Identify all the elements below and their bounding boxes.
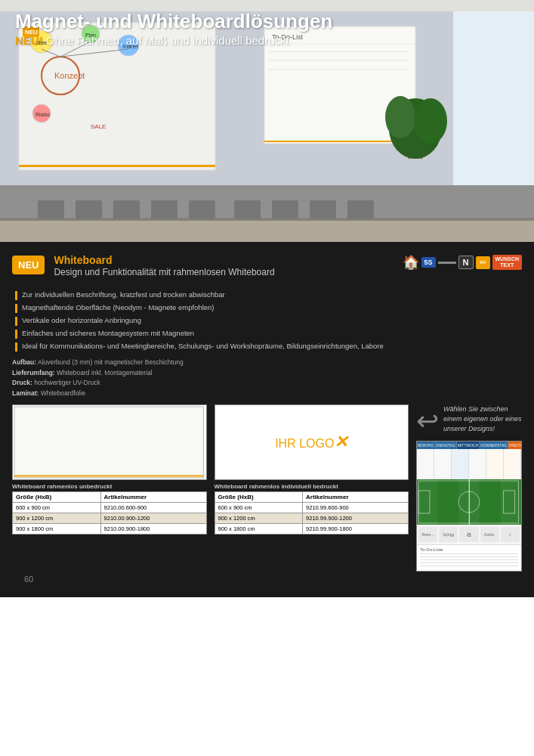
two-col-layout: Whiteboard rahmenlos unbedruckt Größe (H… (12, 404, 522, 572)
design-preview-card: MONTAG DIENSTAG MITTWOCH DONNERSTAG FREI… (416, 441, 522, 572)
feature-text-3: Vertikale oder horizontale Anbringung (22, 315, 141, 325)
preview-logo-5: ✓ (501, 527, 520, 542)
page-number: 60 (12, 572, 522, 590)
feature-bar (15, 342, 17, 352)
product-header: NEU Whiteboard Design und Funktionalität… (12, 254, 275, 277)
dark-section: NEU Whiteboard Design und Funktionalität… (0, 242, 534, 597)
svg-text:SALE: SALE (91, 123, 106, 130)
feature-text-1: Zur individuellen Beschriftung, kratzfes… (22, 290, 225, 299)
pencil-badge: ✏ (476, 256, 490, 269)
svg-rect-46 (14, 475, 203, 477)
preview-logos-row: Brem... SpVgg ⚽ Aufsb. ✓ (417, 525, 521, 544)
preview-todo-lines (420, 553, 518, 566)
feature-bar (15, 317, 17, 326)
week-col-6 (504, 449, 521, 479)
preview-header-row: MONTAG DIENSTAG MITTWOCH DONNERSTAG FREI… (417, 442, 521, 449)
svg-rect-13 (272, 200, 298, 219)
size-cell: 600 x 900 cm (215, 503, 303, 513)
svg-marker-5 (0, 219, 534, 242)
hero-title-block: Magnet- und Whiteboardlösungen NEU! Ohne… (15, 11, 519, 47)
feature-bar (15, 304, 17, 313)
week-col-2 (434, 449, 452, 479)
neu-badge: NEU (12, 256, 45, 274)
svg-rect-7 (38, 200, 64, 219)
preview-col-dienstag: DIENSTAG (436, 442, 457, 449)
preview-todo-section: To-Do-Liste (417, 544, 521, 571)
preview-col-montag: MONTAG (417, 442, 436, 449)
table-row: 900 x 1800 cm 9210.99.900-1800 (215, 524, 409, 534)
todo-line (420, 562, 518, 563)
feature-item: Ideal für Kommunikations- und Meetingber… (15, 341, 522, 352)
col-size-label: Größe (HxB) (215, 492, 303, 503)
wunsch-badge: WUNSCH TEXT (492, 255, 523, 271)
house-icon: 🏠 (403, 254, 419, 271)
preview-col-mittwoch: MITTWOCH (457, 442, 480, 449)
svg-text:Konzept: Konzept (54, 71, 85, 80)
feature-text-2: Magnethaftende Oberfläche (Neodym - Magn… (22, 302, 215, 312)
product-subtitle: Design und Funktionalität mit rahmenlose… (54, 267, 274, 277)
feature-text-5: Ideal für Kommunikations- und Meetingber… (22, 341, 384, 351)
art-cell: 9210.00.900-1800 (100, 524, 206, 534)
todo-line (420, 565, 518, 566)
wunsch-line2: TEXT (495, 262, 520, 268)
svg-rect-9 (113, 200, 140, 219)
size-cell: 900 x 1800 cm (13, 524, 101, 534)
art-cell: 9210.99.600-900 (303, 503, 409, 513)
week-col-1 (417, 449, 434, 479)
preview-col-donnerstag: DONNERSTAG (480, 442, 508, 449)
svg-rect-15 (347, 200, 374, 219)
art-cell: 9210.99.900-1200 (303, 513, 409, 524)
art-cell: 9210.00.600-900 (100, 503, 206, 513)
todo-line (420, 556, 518, 557)
svg-rect-12 (234, 200, 261, 219)
svg-text:Risiko: Risiko (35, 112, 50, 117)
size-cell: 600 x 900 cm (13, 503, 101, 513)
wunsch-line1: WUNSCH (495, 256, 520, 262)
logo-display: IHR LOGO✕ (275, 432, 347, 452)
hero-subtitle-rest: Ohne Rahmen, auf Maß und individuell bed… (46, 34, 289, 47)
design-choice-text: Wählen Sie zwischen einem eigenen oder e… (443, 404, 522, 433)
table-row: 900 x 1200 cm 9210.99.900-1200 (215, 513, 409, 524)
header-icons: 🏠 5S N ✏ WUNSCH TEXT (403, 254, 522, 271)
week-col-3 (452, 449, 469, 479)
n-badge: N (458, 256, 474, 269)
svg-rect-45 (14, 407, 203, 478)
design-arrow-icon: ↩ (416, 407, 439, 435)
table-unbedruckt-title: Whiteboard rahmenlos unbedruckt (12, 483, 207, 490)
feature-bar (15, 330, 17, 339)
plain-whiteboard-block: Whiteboard rahmenlos unbedruckt Größe (H… (12, 404, 207, 534)
table-unbedruckt: Größe (HxB) Artikelnummer 600 x 900 cm 9… (12, 491, 207, 534)
5s-badge: 5S (421, 257, 436, 268)
col-art-label: Artikelnummer (100, 492, 206, 503)
table-row: 900 x 1800 cm 9210.00.900-1800 (13, 524, 207, 534)
table-row: 900 x 1200 cm 9210.00.900-1200 (13, 513, 207, 524)
preview-todo-label: To-Do-Liste (420, 547, 518, 552)
specs-block: Aufbau: Aluverbund (3 mm) mit magnetisch… (12, 358, 522, 398)
logo-x: ✕ (334, 432, 347, 451)
hero-section: Konzept Idee Plan Klären Risiko SALE NEU… (0, 0, 534, 242)
preview-weekly-area (417, 449, 521, 479)
product-title-block: Whiteboard Design und Funktionalität mit… (54, 254, 274, 277)
product-images-row: Whiteboard rahmenlos unbedruckt Größe (H… (12, 404, 409, 534)
art-cell: 9210.00.900-1200 (100, 513, 206, 524)
feature-item: Vertikale oder horizontale Anbringung (15, 315, 522, 326)
spec-lieferumfang: Lieferumfang: Whiteboard inkl. Montagema… (12, 368, 522, 379)
table-bedruckt: Größe (HxB) Artikelnummer 600 x 900 cm 9… (215, 491, 409, 534)
logo-ihr: IHR LOGO (275, 437, 334, 450)
todo-line (420, 553, 518, 554)
feature-list: Zur individuellen Beschriftung, kratzfes… (15, 290, 522, 352)
feature-item: Zur individuellen Beschriftung, kratzfes… (15, 290, 522, 300)
design-panel: ↩ Wählen Sie zwischen einem eigenen oder… (416, 404, 522, 572)
week-col-4 (469, 449, 486, 479)
size-cell: 900 x 1200 cm (215, 513, 303, 524)
feature-item: Magnethaftende Oberfläche (Neodym - Magn… (15, 302, 522, 313)
hero-subtitle: NEU! Ohne Rahmen, auf Maß und individuel… (15, 34, 519, 47)
svg-rect-10 (151, 200, 177, 219)
preview-col-freitag: FREITAG (508, 442, 522, 449)
plain-whiteboard-image (12, 404, 207, 480)
week-col-5 (486, 449, 504, 479)
preview-logo-4: Aufsb. (480, 527, 499, 542)
col-art-label: Artikelnummer (303, 492, 409, 503)
products-left: Whiteboard rahmenlos unbedruckt Größe (H… (12, 404, 409, 572)
preview-soccer-field (417, 479, 521, 525)
